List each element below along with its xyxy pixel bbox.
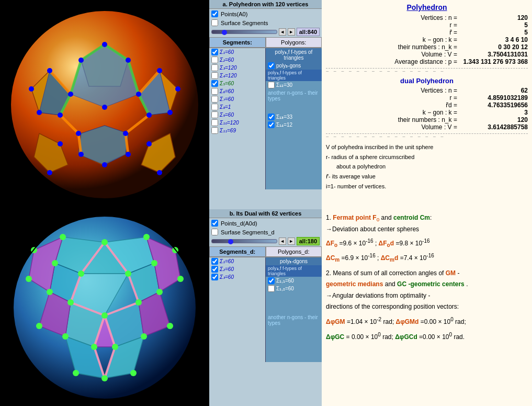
svg-point-74 (125, 270, 131, 277)
dual-vertices-value: 62 (457, 87, 528, 94)
svg-point-26 (68, 92, 73, 97)
bot-polyhedron-image (0, 209, 209, 406)
dual-vertices-label: Vertices : n = (326, 87, 457, 94)
bot-poly-check-1[interactable] (268, 277, 275, 284)
bot-surface-label: Surfase Segments_d (221, 229, 275, 235)
polyhedron-svg-top (3, 3, 207, 207)
another-ngons-top: another n-gons - their types (266, 89, 322, 103)
poly-check-4[interactable] (268, 121, 275, 128)
seg-check-6[interactable] (211, 88, 218, 95)
svg-point-34 (123, 131, 128, 136)
another-ngons-bot: another n-gons - their types (266, 313, 322, 327)
svg-point-35 (78, 152, 84, 157)
svg-point-92 (167, 323, 173, 329)
rbar-row: r̄ = 5 (326, 29, 528, 36)
arrow-dev: →Deviation about center spheres (326, 224, 528, 234)
seg-check-11[interactable] (211, 127, 218, 134)
svg-point-24 (78, 58, 84, 63)
their-numbers-row: their numbers : n_k = 0 30 20 12 (326, 43, 528, 51)
all-count-bot: all:180 (297, 237, 320, 245)
seg-check-9[interactable] (211, 111, 218, 118)
section2-subtitle: geometric medians and GC -geometric cent… (326, 279, 528, 290)
directions: directions of the corresponding position… (326, 301, 528, 313)
bot-control-panel: b. Its Dual with 62 vertices Points_d(A0… (209, 209, 322, 406)
svg-point-42 (175, 86, 180, 92)
avg-dist-label: Average distance : p = (326, 58, 457, 65)
poly-header-top: poly₃,f f-types of triangles (266, 48, 322, 62)
svg-point-95 (26, 276, 32, 282)
polyhedron-title: Polyhedron (326, 3, 528, 12)
svg-point-79 (60, 234, 66, 240)
bot-seg-check-1[interactable] (211, 258, 218, 265)
poly-check-1[interactable] (268, 62, 275, 69)
svg-point-36 (126, 152, 131, 157)
dual-title: dual Polyhedron (326, 77, 528, 85)
dual-r-label: r = (326, 94, 457, 102)
avg-dist-value: 1.343 131 276 973 368 (457, 58, 528, 65)
rbar-label: r̄ = (326, 29, 457, 36)
svg-point-94 (177, 276, 184, 282)
bot-points-label: Points_d(A0d) (221, 220, 257, 227)
bot-seg-check-3[interactable] (211, 274, 218, 280)
svg-point-44 (157, 170, 162, 175)
seg-check-2[interactable] (211, 57, 218, 63)
bot-poly-check-2[interactable] (268, 285, 275, 292)
svg-point-81 (47, 289, 53, 295)
seg-check-3[interactable] (211, 64, 218, 71)
notes-section: V of polyhedra inscribed in the unit sph… (326, 142, 528, 191)
delta-fo-line: ΔFo =9.6 × 10-16 ; ΔFod =9.8 × 10-16 (326, 236, 528, 250)
bot-poly-header: poly₃-dgons (266, 257, 322, 265)
poly-check-2[interactable] (268, 82, 275, 88)
dual-rd-value: 4.7633519656 (457, 102, 528, 109)
svg-point-45 (47, 170, 52, 175)
seg-check-8[interactable] (211, 104, 218, 110)
slider-thumb-bot[interactable] (228, 239, 233, 244)
note4: r̄- its average value (326, 172, 528, 182)
polygons-tab-bot[interactable]: Polygons_d: (266, 246, 322, 257)
seg-check-7[interactable] (211, 96, 218, 103)
seg-check-10[interactable] (211, 119, 218, 126)
svg-point-88 (91, 344, 97, 350)
seg-check-1[interactable] (211, 49, 218, 55)
svg-point-78 (143, 234, 150, 240)
svg-point-87 (112, 344, 118, 350)
nav-right-top[interactable]: ► (288, 28, 295, 36)
volume-label: Volume : V = (326, 51, 457, 58)
svg-point-84 (101, 312, 108, 319)
svg-point-38 (146, 141, 152, 146)
note1: V of polyhedra inscribed in the unit sph… (326, 142, 528, 152)
note5: i=1- number of vertices. (326, 182, 528, 191)
nav-left-top[interactable]: ◄ (279, 28, 286, 36)
seg-check-4[interactable] (211, 72, 218, 79)
segments-tab-bot[interactable]: Segments_d: (209, 246, 266, 257)
polygons-tab-top[interactable]: Polygons: (266, 37, 322, 48)
polyhedron-svg-bottom (3, 211, 207, 404)
surface-label: Surface Segments (221, 20, 268, 26)
fermat-label: Fermat point F (333, 214, 376, 221)
svg-point-75 (78, 270, 84, 277)
vertices-value: 120 (457, 14, 528, 21)
dual-their-row: their numbers : n_k = 120 (326, 116, 528, 123)
svg-point-82 (135, 299, 142, 306)
phi-gm-line: ΔφGM =1.04 × 10-2 rad; ΔφGMd =0.00 × 100… (326, 315, 528, 328)
svg-point-43 (29, 86, 34, 92)
volume-row: Volume : V = 3.7504131031 (326, 51, 528, 58)
bot-surface-checkbox[interactable] (211, 229, 218, 235)
r-row: r = 5 (326, 21, 528, 29)
top-info-panel: Polyhedron Vertices : n = 120 r = 5 r̄ =… (322, 0, 532, 209)
seg-check-5[interactable] (211, 80, 218, 87)
points-checkbox[interactable] (211, 10, 218, 17)
poly-check-3[interactable] (268, 114, 275, 120)
nav-left-bot[interactable]: ◄ (279, 238, 286, 245)
nav-right-bot[interactable]: ► (288, 238, 295, 245)
dual-rd-row: r̄d = 4.7633519656 (326, 102, 528, 109)
bot-seg-check-2[interactable] (211, 266, 218, 273)
note3: about a polyhedron (326, 162, 528, 172)
surface-checkbox[interactable] (211, 19, 218, 26)
their-numbers-label: their numbers : n_k = (326, 43, 457, 51)
svg-point-73 (101, 239, 108, 245)
slider-thumb-top[interactable] (222, 30, 227, 35)
bot-points-checkbox[interactable] (211, 220, 218, 227)
svg-point-89 (130, 370, 137, 376)
segments-tab-top[interactable]: Segments: (209, 37, 266, 48)
